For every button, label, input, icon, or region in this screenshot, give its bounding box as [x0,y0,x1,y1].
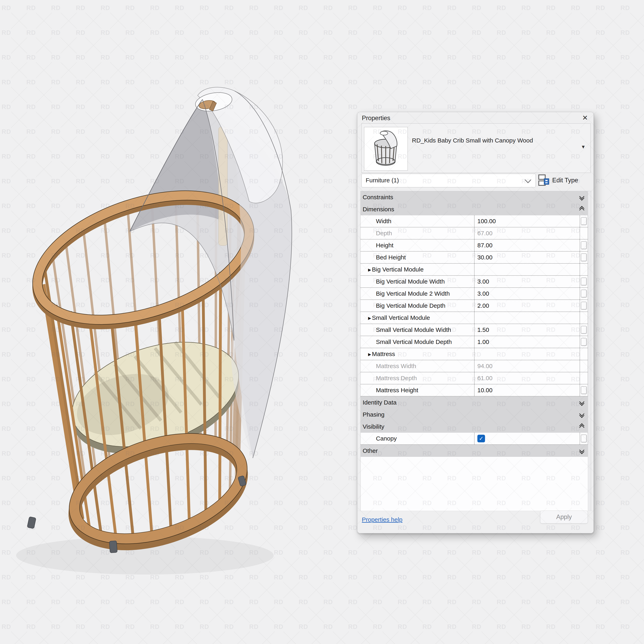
svg-text:RD: RD [546,54,556,61]
associate-parameter-button[interactable] [581,278,587,286]
svg-text:RD: RD [447,103,457,110]
group-arrow-icon: ▸ [368,314,371,321]
svg-text:RD: RD [373,54,382,61]
apply-button[interactable]: Apply [540,511,588,523]
properties-help-link[interactable]: Properties help [362,516,403,523]
svg-text:RD: RD [472,574,481,581]
svg-text:RD: RD [596,623,605,630]
svg-text:RD: RD [620,29,630,36]
svg-text:RD: RD [200,623,209,630]
property-value-cell-small-vertical-module-depth[interactable]: 1.00 [474,336,580,348]
type-selector[interactable]: RD_Kids Baby Crib Small with Canopy Wood… [361,123,591,173]
property-label: Small Vertical Module Depth [376,339,452,345]
property-value-cell-mattress-width: 94.00 [474,360,580,372]
svg-text:RD: RD [497,79,506,86]
section-header-dimensions[interactable]: Dimensions [361,203,588,215]
associate-parameter-button[interactable] [581,386,587,394]
svg-text:RD: RD [51,623,61,630]
svg-text:RD: RD [348,252,358,259]
canopy-checkbox[interactable]: ✓ [477,435,485,442]
svg-text:RD: RD [596,351,605,358]
svg-text:RD: RD [596,4,605,11]
section-header-phasing[interactable]: Phasing [361,409,588,421]
scrollbar-track[interactable] [588,191,591,511]
property-value-cell-big-vertical-module-depth[interactable]: 2.00 [474,300,580,312]
section-header-visibility[interactable]: Visibility [361,421,588,433]
property-label: Big Vertical Module Width [376,278,445,285]
svg-text:RD: RD [398,29,407,36]
svg-text:RD: RD [472,599,481,606]
property-value-cell-big-vertical-module-2-width[interactable]: 3.00 [474,288,580,299]
svg-text:RD: RD [373,574,382,581]
group-label: Small Vertical Module [372,314,430,321]
svg-text:RD: RD [348,301,358,309]
type-dropdown-icon[interactable]: ▼ [581,144,586,150]
property-row-mattress-width: Mattress Width94.00 [361,360,588,372]
property-label: Mattress Width [376,363,416,369]
svg-text:RD: RD [348,202,358,210]
group-row-mattress[interactable]: ▸Mattress [361,348,588,360]
assoc-cell [580,360,588,372]
property-name-cell: Mattress Depth [361,372,474,384]
property-name-cell: Bed Height [361,252,474,263]
value-cell-empty [474,264,580,275]
expand-icon[interactable] [580,445,584,457]
section-header-identity-data[interactable]: Identity Data [361,396,588,409]
collapse-icon[interactable] [580,203,584,215]
associate-parameter-button[interactable] [581,302,587,310]
svg-text:RD: RD [398,4,407,11]
property-value-cell-height[interactable]: 87.00 [474,239,580,251]
property-value: 94.00 [477,363,492,369]
group-row-small-vertical-module[interactable]: ▸Small Vertical Module [361,312,588,324]
property-value-cell-big-vertical-module-width[interactable]: 3.00 [474,276,580,287]
type-thumbnail-image [364,127,407,170]
associate-parameter-button[interactable] [581,338,587,346]
expand-icon[interactable] [580,396,584,409]
associate-parameter-button[interactable] [581,434,587,443]
property-label: Small Vertical Module Width [376,326,451,333]
property-label: Mattress Depth [376,375,417,382]
property-name-cell: Big Vertical Module Depth [361,300,474,312]
associate-parameter-button[interactable] [581,241,587,249]
property-value-cell-mattress-height[interactable]: 10.00 [474,384,580,396]
svg-text:RD: RD [521,4,531,11]
svg-text:RD: RD [521,549,531,556]
svg-text:RD: RD [620,450,630,457]
svg-text:RD: RD [398,103,407,110]
palette-title: Properties [362,115,390,122]
associate-parameter-button[interactable] [581,253,587,261]
expand-icon[interactable] [580,409,584,421]
edit-type-button[interactable]: Edit Type [538,174,590,187]
property-value-cell-small-vertical-module-width[interactable]: 1.50 [474,324,580,336]
collapse-icon[interactable] [580,421,584,433]
property-value-cell-width[interactable]: 100.00 [474,215,580,227]
instance-filter-dropdown[interactable]: Furniture (1) [361,174,536,187]
associate-parameter-button[interactable] [581,290,587,298]
associate-parameter-button[interactable] [581,217,587,225]
svg-text:RD: RD [596,475,605,482]
svg-text:RD: RD [546,623,556,630]
svg-text:RD: RD [447,29,457,36]
svg-text:RD: RD [224,623,234,630]
svg-text:RD: RD [447,54,457,61]
property-name-cell: Small Vertical Module Width [361,324,474,336]
property-row-mattress-height: Mattress Height10.00 [361,384,588,396]
svg-text:RD: RD [620,301,630,309]
property-value-cell-canopy[interactable]: ✓ [474,433,580,444]
associate-parameter-button[interactable] [581,326,587,334]
group-row-big-vertical-module[interactable]: ▸Big Vertical Module [361,264,588,276]
edit-type-label: Edit Type [552,177,578,184]
property-label: Mattress Height [376,387,418,394]
property-label: Canopy [376,435,397,442]
svg-text:RD: RD [348,599,358,606]
property-name-cell: Mattress Width [361,360,474,372]
assoc-cell [580,372,588,384]
svg-text:RD: RD [571,623,580,630]
section-header-other[interactable]: Other [361,445,588,457]
property-value-cell-bed-height[interactable]: 30.00 [474,252,580,263]
close-icon[interactable]: ✕ [581,113,589,122]
expand-icon[interactable] [580,191,584,203]
section-header-constraints[interactable]: Constraints [361,191,588,203]
svg-text:RD: RD [521,54,531,61]
svg-text:RD: RD [422,623,432,630]
